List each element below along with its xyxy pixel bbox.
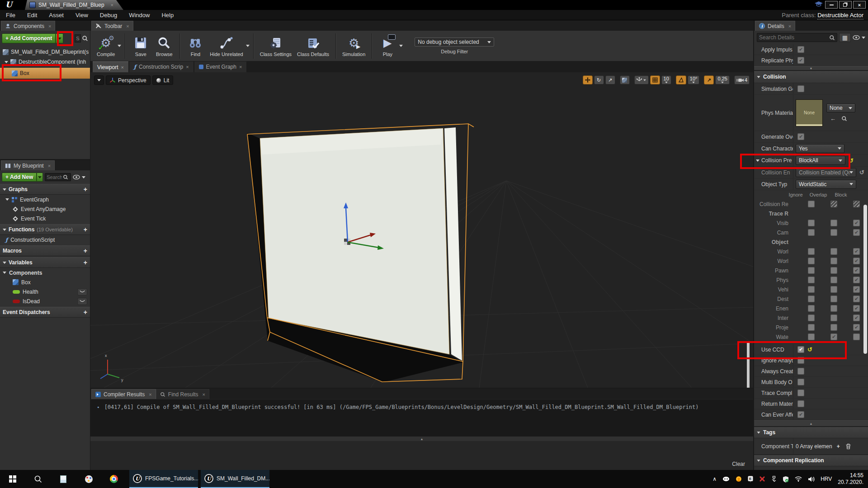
- checkbox-overlap[interactable]: [830, 314, 837, 321]
- menu-item[interactable]: Asset: [43, 12, 70, 19]
- discord-icon[interactable]: [722, 476, 730, 482]
- wifi-icon[interactable]: [795, 476, 802, 482]
- radeon-icon[interactable]: [759, 476, 765, 482]
- property-matrix-button[interactable]: ▦: [839, 33, 851, 42]
- eye-closed-button[interactable]: [77, 288, 87, 296]
- checkbox-ignore[interactable]: [808, 305, 815, 312]
- section-event-dispatchers[interactable]: Event Dispatchers +: [0, 307, 90, 318]
- eye-dropdown-icon[interactable]: [82, 176, 85, 178]
- minimize-button[interactable]: [825, 1, 838, 9]
- rotate-mode-button[interactable]: ↻: [594, 75, 604, 84]
- perspective-button[interactable]: Perspective: [106, 75, 151, 85]
- construction-script-row[interactable]: ƒ ConstructionScript: [0, 235, 90, 244]
- add-element-icon[interactable]: +: [837, 443, 840, 450]
- checkbox-block[interactable]: [853, 258, 860, 264]
- checkbox-overlap[interactable]: [830, 267, 837, 274]
- checkbox-overlap[interactable]: [830, 324, 837, 331]
- scrollbar-thumb[interactable]: [863, 205, 867, 354]
- hidden-icons-chevron[interactable]: ∧: [712, 476, 717, 482]
- checkbox-ignore[interactable]: [808, 324, 815, 331]
- add-function-icon[interactable]: +: [84, 226, 87, 233]
- close-tab-icon[interactable]: ×: [48, 163, 51, 169]
- simulation-button[interactable]: ⚙ ▶ Simulation: [340, 32, 368, 60]
- restore-button[interactable]: [839, 1, 852, 9]
- grid-snap-toggle[interactable]: [650, 75, 660, 84]
- surface-snap-button[interactable]: [634, 75, 649, 84]
- checkbox-block[interactable]: [853, 324, 860, 331]
- tab-viewport[interactable]: Viewport ×: [93, 61, 128, 72]
- checkbox[interactable]: [797, 357, 804, 364]
- category-tags[interactable]: Tags: [754, 427, 868, 438]
- checkbox-ignore[interactable]: [808, 258, 815, 264]
- checkbox[interactable]: [797, 400, 804, 407]
- tab-toolbar[interactable]: Toolbar ×: [91, 21, 133, 31]
- epic-games-icon[interactable]: E: [748, 476, 753, 482]
- checkbox-ignore[interactable]: [808, 201, 815, 207]
- collision-enabled-select[interactable]: Collision Enabled (Qu: [796, 168, 856, 177]
- checkbox-overlap[interactable]: [830, 305, 837, 312]
- add-dispatcher-icon[interactable]: +: [84, 309, 87, 316]
- close-tab-icon[interactable]: ×: [126, 23, 129, 29]
- viewport-3d[interactable]: x y Perspective Lit ↻ ↗ 10: [90, 72, 753, 388]
- checkbox-block[interactable]: [853, 277, 860, 283]
- hide-unrelated-options-icon[interactable]: [246, 45, 250, 47]
- checkbox-overlap[interactable]: [830, 220, 837, 226]
- lit-mode-button[interactable]: Lit: [152, 75, 174, 85]
- checkbox-ignore[interactable]: [808, 314, 815, 321]
- translate-mode-button[interactable]: [583, 75, 593, 84]
- usb-icon[interactable]: [771, 476, 777, 483]
- play-button[interactable]: ▶ Play: [376, 32, 399, 60]
- checkbox-block[interactable]: [853, 229, 860, 236]
- variable-health-row[interactable]: Health: [0, 287, 90, 296]
- add-component-dropdown[interactable]: [56, 33, 63, 43]
- menu-item[interactable]: Window: [123, 12, 156, 19]
- add-component-button[interactable]: + Add Component: [2, 33, 63, 43]
- my-blueprint-search[interactable]: [45, 173, 71, 181]
- checkbox-block[interactable]: [853, 314, 860, 321]
- close-tab-icon[interactable]: ×: [48, 23, 51, 29]
- component-row-box[interactable]: Box: [0, 68, 90, 79]
- add-variable-icon[interactable]: +: [84, 259, 87, 266]
- checkbox-overlap[interactable]: [830, 296, 837, 302]
- checkbox-ignore[interactable]: [808, 248, 815, 255]
- debug-object-select[interactable]: No debug object selected: [415, 38, 494, 47]
- start-button[interactable]: [0, 470, 25, 488]
- hide-unrelated-button[interactable]: Hide Unrelated: [207, 32, 245, 60]
- expander-icon[interactable]: [5, 198, 9, 201]
- browse-asset-icon[interactable]: [841, 116, 847, 122]
- section-macros[interactable]: Macros +: [0, 245, 90, 256]
- checkbox-ignore[interactable]: [808, 220, 815, 226]
- checkbox[interactable]: [797, 85, 804, 92]
- rotation-snap-toggle[interactable]: [676, 75, 686, 84]
- variables-components-group[interactable]: Components: [0, 268, 90, 277]
- add-new-dropdown[interactable]: [37, 173, 43, 182]
- compiler-log[interactable]: • [0417,61] Compile of SM_Wall_Filled_DM…: [90, 399, 753, 436]
- tab-event-graph[interactable]: Event Graph ×: [194, 61, 247, 72]
- expander-icon[interactable]: [3, 229, 6, 231]
- close-tab-icon[interactable]: ×: [239, 64, 242, 70]
- close-tab-icon[interactable]: ×: [111, 2, 113, 8]
- checkbox-ignore[interactable]: [808, 333, 815, 340]
- object-type-select[interactable]: WorldStatic: [796, 180, 856, 189]
- collision-presets-select[interactable]: BlockAll: [796, 156, 845, 165]
- class-settings-button[interactable]: Class Settings: [257, 32, 294, 60]
- scale-snap-toggle[interactable]: ↗: [704, 75, 714, 84]
- checkbox[interactable]: [797, 368, 804, 375]
- audacity-icon[interactable]: [736, 476, 742, 482]
- checkbox[interactable]: [797, 379, 804, 385]
- checkbox-overlap[interactable]: [830, 333, 837, 340]
- checkbox-block[interactable]: [853, 286, 860, 293]
- variable-box-row[interactable]: Box: [0, 277, 90, 287]
- checkbox[interactable]: [797, 133, 804, 140]
- find-button[interactable]: Find: [184, 32, 207, 60]
- checkbox-ignore[interactable]: [808, 296, 815, 302]
- add-new-button[interactable]: + Add New: [2, 173, 43, 182]
- checkbox-block[interactable]: [853, 267, 860, 274]
- save-button[interactable]: Save: [129, 32, 152, 60]
- expander-icon[interactable]: [3, 262, 6, 264]
- use-selected-icon[interactable]: ←: [830, 115, 836, 122]
- coordinate-system-button[interactable]: [620, 75, 630, 84]
- tab-compiler-results[interactable]: Compiler Results ×: [91, 389, 156, 399]
- phys-material-select[interactable]: None: [826, 103, 855, 113]
- panel-splitter[interactable]: ▲: [90, 436, 753, 441]
